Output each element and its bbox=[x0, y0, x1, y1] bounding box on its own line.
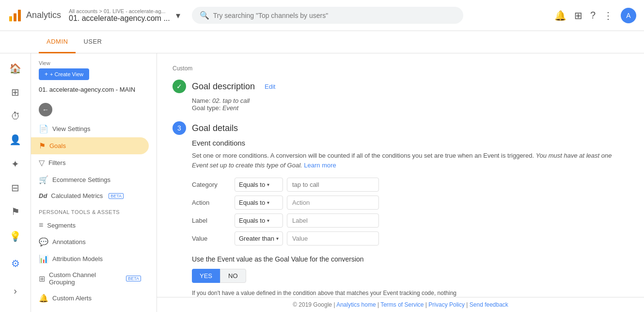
goals-icon: ⚑ bbox=[39, 141, 46, 150]
filters-icon: ▽ bbox=[39, 158, 45, 167]
more-icon[interactable]: ⋮ bbox=[603, 10, 613, 21]
apps-icon[interactable]: ⊞ bbox=[574, 10, 582, 21]
label-value-input[interactable] bbox=[287, 213, 379, 228]
icon-nav-bottom: 💡 ⚙ › bbox=[4, 225, 27, 312]
tab-user[interactable]: USER bbox=[76, 31, 110, 53]
logo-text: Analytics bbox=[26, 10, 61, 20]
nav-dashboard-icon[interactable]: ⊞ bbox=[4, 81, 27, 103]
value-value-input[interactable] bbox=[287, 231, 379, 246]
nav-grid-icon[interactable]: ⊟ bbox=[4, 177, 27, 198]
goal-value-section: Use the Event value as the Goal Value fo… bbox=[192, 255, 628, 297]
panel-item-annotations[interactable]: 💬 Annotations bbox=[31, 233, 149, 250]
custom-alerts-icon: 🔔 bbox=[39, 294, 48, 303]
view-label: View bbox=[31, 58, 58, 68]
toggle-no-button[interactable]: NO bbox=[220, 269, 246, 283]
analytics-logo bbox=[8, 8, 22, 23]
annotations-icon: 💬 bbox=[39, 237, 48, 246]
panel-item-filters[interactable]: ▽ Filters bbox=[31, 154, 149, 171]
footer-feedback-link[interactable]: Send feedback bbox=[470, 301, 508, 308]
view-name: 01. accelerate-agency.com - MAIN bbox=[31, 84, 157, 99]
main-content: 🏠 ⊞ ⏱ 👤 ✦ ⊟ ⚑ 💡 ⚙ › View + + Create View… bbox=[0, 53, 644, 312]
goal-name-line: Name: 02. tap to call bbox=[192, 97, 628, 104]
learn-more-link[interactable]: Learn more bbox=[304, 162, 336, 169]
content-wrapper: Custom ✓ Goal description Edit Name: 02.… bbox=[157, 53, 644, 312]
label-operator-chevron: ▾ bbox=[267, 218, 269, 223]
icon-nav: 🏠 ⊞ ⏱ 👤 ✦ ⊟ ⚑ 💡 ⚙ › bbox=[0, 53, 31, 312]
edit-goal-link[interactable]: Edit bbox=[265, 83, 275, 90]
toggle-yes-button[interactable]: YES bbox=[192, 269, 220, 283]
panel-item-calculated-metrics[interactable]: Dd Calculated Metrics BETA bbox=[31, 188, 149, 203]
nav-bulb-icon[interactable]: 💡 bbox=[4, 225, 27, 248]
action-operator-select[interactable]: Equals to ▾ bbox=[235, 196, 283, 210]
tab-admin[interactable]: ADMIN bbox=[39, 31, 76, 53]
create-view-button[interactable]: + + Create View bbox=[39, 68, 89, 80]
step3-content: Event conditions Set one or more conditi… bbox=[173, 139, 628, 297]
panel-item-view-settings[interactable]: 📄 View Settings bbox=[31, 120, 149, 137]
nav-settings-icon[interactable]: ⚙ bbox=[4, 252, 27, 275]
search-bar[interactable]: 🔍 bbox=[192, 7, 463, 24]
svg-rect-2 bbox=[18, 10, 21, 21]
view-settings-icon: 📄 bbox=[39, 124, 48, 133]
nav-expand-icon[interactable]: › bbox=[4, 279, 27, 302]
footer-terms-link[interactable]: Terms of Service bbox=[380, 301, 424, 308]
panel-item-custom-alerts[interactable]: 🔔 Custom Alerts bbox=[31, 290, 149, 307]
panel-item-segments[interactable]: ≡ Segments bbox=[31, 217, 149, 233]
goal-type-line: Goal type: Event bbox=[192, 104, 628, 112]
search-input[interactable] bbox=[213, 12, 456, 19]
label-operator-select[interactable]: Equals to ▾ bbox=[235, 213, 283, 228]
category-label: Category bbox=[192, 181, 231, 188]
nav-tabs: ADMIN USER bbox=[0, 31, 644, 53]
channel-grouping-beta-badge: BETA bbox=[126, 276, 141, 281]
account-breadcrumb: All accounts > 01. LIVE - accelerate-ag.… bbox=[69, 8, 170, 14]
step1-circle: ✓ bbox=[173, 80, 186, 93]
help-icon[interactable]: ? bbox=[590, 10, 596, 21]
value-operator-select[interactable]: Greater than ▾ bbox=[235, 231, 283, 246]
panel-item-goals[interactable]: ⚑ Goals bbox=[31, 137, 149, 154]
panel-item-channel-grouping[interactable]: ⊞ Custom Channel Grouping BETA bbox=[31, 267, 149, 290]
yes-no-toggle: YES NO bbox=[192, 269, 628, 283]
value-operator-chevron: ▾ bbox=[276, 236, 279, 241]
value-label: Value bbox=[192, 235, 231, 242]
nav-star-icon[interactable]: ✦ bbox=[4, 153, 27, 175]
ecommerce-icon: 🛒 bbox=[39, 175, 48, 184]
condition-category-row: Category Equals to ▾ bbox=[192, 178, 628, 192]
step1-meta: Name: 02. tap to call Goal type: Event bbox=[173, 97, 628, 112]
topbar-right: 🔔 ⊞ ? ⋮ A bbox=[554, 8, 636, 23]
category-operator-select[interactable]: Equals to ▾ bbox=[235, 178, 283, 192]
step3-title: Goal details bbox=[192, 123, 238, 133]
content-area: Custom ✓ Goal description Edit Name: 02.… bbox=[157, 53, 644, 297]
personal-tools-header: PERSONAL TOOLS & ASSETS bbox=[31, 203, 157, 217]
scroll-area: Custom ✓ Goal description Edit Name: 02.… bbox=[157, 53, 644, 297]
category-operator-chevron: ▾ bbox=[267, 182, 269, 187]
conditions-table: Category Equals to ▾ Action Equals to bbox=[192, 178, 628, 246]
goal-value-note: If you don't have a value defined in the… bbox=[192, 289, 463, 297]
channel-grouping-icon: ⊞ bbox=[39, 274, 45, 283]
nav-clock-icon[interactable]: ⏱ bbox=[4, 105, 27, 127]
panel-item-ecommerce[interactable]: 🛒 Ecommerce Settings bbox=[31, 171, 149, 188]
nav-home-icon[interactable]: 🏠 bbox=[4, 57, 27, 79]
event-conditions-subtitle: Event conditions bbox=[192, 139, 628, 147]
step1-title: Goal description bbox=[192, 82, 255, 92]
step3-circle: 3 bbox=[173, 121, 186, 135]
condition-value-row: Value Greater than ▾ bbox=[192, 231, 628, 246]
notifications-icon[interactable]: 🔔 bbox=[554, 10, 566, 21]
segments-icon: ≡ bbox=[39, 221, 43, 230]
back-button[interactable]: ← bbox=[39, 103, 52, 116]
action-value-input[interactable] bbox=[287, 196, 379, 210]
event-conditions-desc: Set one or more conditions. A conversion… bbox=[192, 151, 628, 170]
svg-rect-1 bbox=[14, 13, 16, 21]
avatar[interactable]: A bbox=[621, 8, 636, 23]
footer-privacy-link[interactable]: Privacy Policy bbox=[428, 301, 465, 308]
account-dropdown-chevron: ▾ bbox=[176, 10, 180, 21]
nav-person-icon[interactable]: 👤 bbox=[4, 129, 27, 151]
panel-nav: View + + Create View 01. accelerate-agen… bbox=[31, 53, 157, 312]
category-value-input[interactable] bbox=[287, 178, 379, 192]
account-selector[interactable]: All accounts > 01. LIVE - accelerate-ag.… bbox=[69, 8, 180, 23]
nav-flag-icon[interactable]: ⚑ bbox=[4, 201, 27, 223]
footer-analytics-home-link[interactable]: Analytics home bbox=[336, 301, 376, 308]
condition-action-row: Action Equals to ▾ bbox=[192, 196, 628, 210]
account-info: All accounts > 01. LIVE - accelerate-ag.… bbox=[69, 8, 170, 23]
action-operator-chevron: ▾ bbox=[267, 200, 269, 205]
calculated-metrics-beta-badge: BETA bbox=[109, 193, 124, 199]
panel-item-attribution[interactable]: 📊 Attribution Models bbox=[31, 250, 149, 267]
